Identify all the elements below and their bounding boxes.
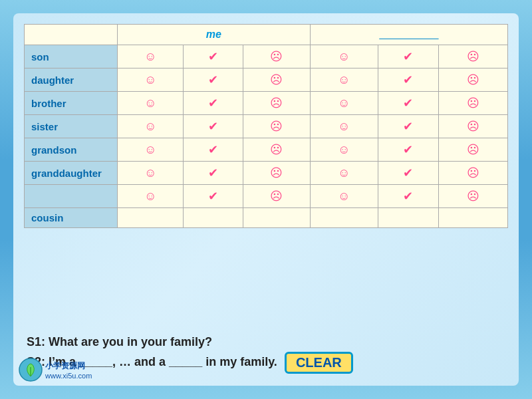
icon-cell: ☺ bbox=[310, 138, 378, 162]
check-icon: ✔ bbox=[403, 166, 413, 180]
icon-cell: ✔ bbox=[378, 138, 439, 162]
s1-line: S1: What are you in your family? bbox=[27, 332, 508, 352]
table-row: sister☺✔☹☺✔☹ bbox=[25, 115, 508, 138]
icon-cell: ☺ bbox=[118, 162, 184, 185]
check-icon: ✔ bbox=[403, 50, 413, 63]
icon-cell: ✔ bbox=[184, 45, 243, 68]
icon-cell: ☺ bbox=[118, 115, 184, 138]
icon-cell: ☹ bbox=[243, 45, 310, 68]
icon-cell: ☹ bbox=[243, 162, 310, 185]
icon-cell: ✔ bbox=[184, 162, 243, 185]
check-icon: ✔ bbox=[208, 190, 218, 203]
table-body: son☺✔☹☺✔☹daughter☺✔☹☺✔☹brother☺✔☹☺✔☹sist… bbox=[25, 45, 508, 228]
smiley-icon: ☺ bbox=[144, 96, 156, 110]
row-label bbox=[25, 185, 118, 208]
frown-icon: ☹ bbox=[270, 190, 283, 203]
smiley-icon: ☺ bbox=[338, 50, 350, 63]
frown-icon: ☹ bbox=[270, 73, 283, 86]
smiley-icon: ☺ bbox=[338, 143, 350, 156]
icon-cell: ☹ bbox=[243, 92, 310, 115]
icon-cell bbox=[439, 208, 508, 228]
frown-icon: ☹ bbox=[270, 96, 283, 110]
check-icon: ✔ bbox=[403, 143, 413, 156]
row-label: brother bbox=[25, 92, 118, 115]
icon-cell bbox=[243, 208, 310, 228]
frown-icon: ☹ bbox=[270, 143, 283, 156]
table-header-row: me __________ bbox=[25, 25, 508, 45]
header-empty bbox=[25, 25, 118, 45]
icon-cell: ☹ bbox=[439, 92, 508, 115]
icon-cell bbox=[118, 208, 184, 228]
table-row: grandson☺✔☹☺✔☹ bbox=[25, 138, 508, 162]
smiley-icon: ☺ bbox=[144, 50, 156, 63]
row-label: son bbox=[25, 45, 118, 68]
icon-cell: ✔ bbox=[184, 185, 243, 208]
icon-cell: ☺ bbox=[118, 138, 184, 162]
frown-icon: ☹ bbox=[467, 50, 479, 63]
smiley-icon: ☺ bbox=[144, 190, 156, 203]
icon-cell: ☹ bbox=[439, 138, 508, 162]
table-row: granddaughter☺✔☹☺✔☹ bbox=[25, 162, 508, 185]
icon-cell bbox=[310, 208, 378, 228]
icon-cell: ✔ bbox=[184, 115, 243, 138]
smiley-icon: ☺ bbox=[144, 73, 156, 86]
header-blank: __________ bbox=[310, 25, 507, 45]
check-icon: ✔ bbox=[403, 73, 413, 86]
table-row: son☺✔☹☺✔☹ bbox=[25, 45, 508, 68]
icon-cell: ☺ bbox=[310, 185, 378, 208]
icon-cell: ☺ bbox=[310, 68, 378, 92]
watermark-line1: 小学资源网 bbox=[45, 360, 92, 372]
icon-cell bbox=[378, 208, 439, 228]
icon-cell: ✔ bbox=[378, 45, 439, 68]
icon-cell: ☹ bbox=[243, 185, 310, 208]
check-icon: ✔ bbox=[208, 143, 218, 156]
check-icon: ✔ bbox=[403, 190, 413, 203]
s2-line: S2: I’m a _____, … and a _____ in my fam… bbox=[27, 352, 508, 374]
frown-icon: ☹ bbox=[270, 120, 283, 133]
frown-icon: ☹ bbox=[467, 166, 479, 180]
frown-icon: ☹ bbox=[270, 50, 283, 63]
slide-container: me __________ son☺✔☹☺✔☹daughter☺✔☹☺✔☹bro… bbox=[13, 13, 519, 386]
frown-icon: ☹ bbox=[467, 120, 479, 133]
check-icon: ✔ bbox=[208, 120, 218, 133]
icon-cell: ✔ bbox=[378, 185, 439, 208]
icon-cell: ☹ bbox=[439, 185, 508, 208]
icon-cell: ☺ bbox=[310, 162, 378, 185]
clear-button[interactable]: CLEAR bbox=[285, 352, 353, 374]
family-table: me __________ son☺✔☹☺✔☹daughter☺✔☹☺✔☹bro… bbox=[24, 24, 508, 228]
smiley-icon: ☺ bbox=[144, 120, 156, 133]
check-icon: ✔ bbox=[403, 120, 413, 133]
watermark-text-block: 小学资源网 www.xi5u.com bbox=[45, 360, 92, 380]
frown-icon: ☹ bbox=[467, 190, 479, 203]
row-label: sister bbox=[25, 115, 118, 138]
icon-cell: ✔ bbox=[378, 92, 439, 115]
table-row: ☺✔☹☺✔☹ bbox=[25, 185, 508, 208]
watermark: 小学资源网 www.xi5u.com bbox=[19, 358, 92, 382]
icon-cell: ☺ bbox=[118, 45, 184, 68]
icon-cell: ☺ bbox=[310, 115, 378, 138]
table-row: brother☺✔☹☺✔☹ bbox=[25, 92, 508, 115]
icon-cell: ✔ bbox=[184, 92, 243, 115]
row-label: daughter bbox=[25, 68, 118, 92]
frown-icon: ☹ bbox=[270, 166, 283, 180]
dialogue-section: S1: What are you in your family? S2: I’m… bbox=[24, 330, 508, 375]
icon-cell: ☹ bbox=[439, 162, 508, 185]
table-row: cousin bbox=[25, 208, 508, 228]
icon-cell: ☹ bbox=[243, 68, 310, 92]
icon-cell: ✔ bbox=[184, 138, 243, 162]
icon-cell: ☹ bbox=[439, 115, 508, 138]
row-label: cousin bbox=[25, 208, 118, 228]
smiley-icon: ☺ bbox=[338, 120, 350, 133]
frown-icon: ☹ bbox=[467, 96, 479, 110]
icon-cell: ☺ bbox=[118, 68, 184, 92]
icon-cell: ✔ bbox=[378, 162, 439, 185]
smiley-icon: ☺ bbox=[144, 166, 156, 180]
icon-cell: ☹ bbox=[439, 68, 508, 92]
icon-cell: ✔ bbox=[378, 68, 439, 92]
check-icon: ✔ bbox=[208, 50, 218, 63]
smiley-icon: ☺ bbox=[338, 73, 350, 86]
icon-cell: ☹ bbox=[243, 138, 310, 162]
icon-cell: ☺ bbox=[118, 92, 184, 115]
header-me: me bbox=[118, 25, 311, 45]
icon-cell: ✔ bbox=[184, 68, 243, 92]
